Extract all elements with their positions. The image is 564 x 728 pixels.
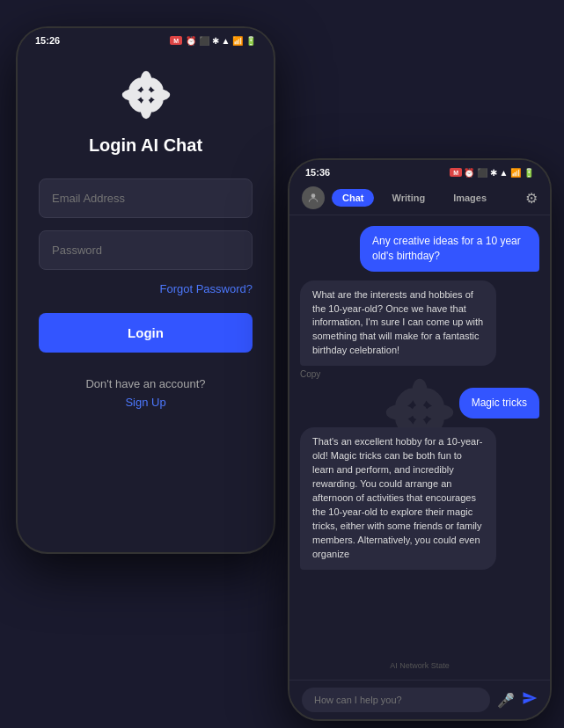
chat-status-icons: M ⏰ ⬛ ✱ ▲ 📶 🔋 <box>450 168 534 178</box>
send-button[interactable] <box>522 690 538 710</box>
login-status-bar: 15:26 M ⏰ ⬛ ✱ ▲ 📶 🔋 <box>18 28 274 49</box>
chat-time: 15:36 <box>305 167 330 178</box>
login-title: Login AI Chat <box>89 135 202 156</box>
tab-images[interactable]: Images <box>443 189 497 207</box>
chat-input-bar: 🎤 <box>289 680 550 719</box>
signup-link[interactable]: Sign Up <box>125 396 165 409</box>
ai-network-label: AI Network State <box>289 661 550 670</box>
email-input[interactable] <box>39 178 253 218</box>
tab-chat[interactable]: Chat <box>332 189 374 207</box>
mic-button[interactable]: 🎤 <box>497 692 515 709</box>
gmail-icon: M <box>170 36 182 45</box>
msg-ai-1: What are the interests and hobbies of th… <box>300 280 496 367</box>
chat-status-bar: 15:36 M ⏰ ⬛ ✱ ▲ 📶 🔋 <box>289 160 550 181</box>
svg-point-9 <box>311 193 316 198</box>
login-status-icons: M ⏰ ⬛ ✱ ▲ 📶 🔋 <box>170 36 256 46</box>
app-logo <box>118 67 174 123</box>
login-button[interactable]: Login <box>39 313 253 353</box>
login-time: 15:26 <box>35 35 60 46</box>
msg-ai-2: That's an excellent hobby for a 10-year-… <box>300 427 496 569</box>
chat-gmail-icon: M <box>450 168 462 177</box>
phone-login: 15:26 M ⏰ ⬛ ✱ ▲ 📶 🔋 <box>16 26 275 554</box>
chat-messages: Any creative ideas for a 10 year old's b… <box>289 215 550 669</box>
forgot-password-link[interactable]: Forgot Password? <box>39 282 253 295</box>
copy-label[interactable]: Copy <box>300 369 539 379</box>
chat-signal-icons: ⏰ ⬛ ✱ ▲ 📶 🔋 <box>464 168 534 178</box>
svg-point-8 <box>140 90 151 101</box>
status-signal-icons: ⏰ ⬛ ✱ ▲ 📶 🔋 <box>186 36 256 46</box>
chat-input[interactable] <box>302 688 490 712</box>
svg-point-18 <box>412 404 428 420</box>
avatar <box>302 186 325 209</box>
msg-ai-1-container: What are the interests and hobbies of th… <box>300 280 539 380</box>
login-content: Login AI Chat Forgot Password? Login Don… <box>18 49 274 426</box>
settings-button[interactable]: ⚙ <box>525 190 538 207</box>
no-account-text: Don't have an account? <box>85 377 205 390</box>
password-input[interactable] <box>39 230 253 270</box>
chat-nav: Chat Writing Images ⚙ <box>289 181 550 215</box>
msg-user-2: Magic tricks <box>459 388 539 419</box>
scene: 15:26 M ⏰ ⬛ ✱ ▲ 📶 🔋 <box>0 0 564 728</box>
msg-user-1: Any creative ideas for a 10 year old's b… <box>360 226 539 272</box>
phone-chat: 15:36 M ⏰ ⬛ ✱ ▲ 📶 🔋 Chat Writing Images … <box>288 158 552 721</box>
tab-writing[interactable]: Writing <box>381 189 436 207</box>
